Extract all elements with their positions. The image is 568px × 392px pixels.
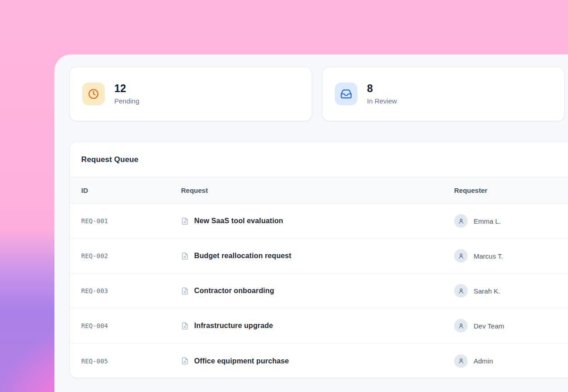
- table-row[interactable]: REQ-002 Budget reallocation request Marc…: [70, 239, 568, 274]
- table-row[interactable]: REQ-003 Contractor onboarding Sarah K.: [70, 274, 568, 309]
- requester-name: Sarah K.: [474, 287, 500, 295]
- in-review-label: In Review: [367, 97, 397, 106]
- file-text-icon: [181, 322, 189, 330]
- request-queue-card: Request Queue ID Request Requester REQ-0…: [69, 142, 568, 378]
- pending-label: Pending: [114, 97, 139, 106]
- request-id: REQ-001: [70, 217, 181, 225]
- table-row[interactable]: REQ-004 Infrastructure upgrade Dev Team: [70, 309, 568, 343]
- column-header-id: ID: [70, 186, 181, 194]
- column-header-request: Request: [181, 186, 454, 194]
- column-header-requester: Requester: [454, 186, 568, 194]
- request-title: Office equipment purchase: [194, 357, 289, 365]
- file-text-icon: [181, 252, 189, 260]
- stats-row: 12 Pending 8 In Review: [69, 67, 565, 121]
- avatar: [454, 214, 468, 228]
- avatar: [454, 319, 468, 333]
- file-text-icon: [181, 217, 189, 225]
- inbox-icon: [335, 83, 357, 105]
- main-panel: 12 Pending 8 In Review Reque: [54, 54, 568, 392]
- request-id: REQ-004: [70, 322, 181, 329]
- table-header-row: ID Request Requester: [70, 177, 568, 204]
- requester-name: Emma L.: [474, 217, 501, 225]
- clock-icon: [82, 83, 105, 105]
- table-body: REQ-001 New SaaS tool evaluation Emma L.: [70, 204, 568, 378]
- request-id: REQ-003: [70, 287, 181, 294]
- requester-name: Dev Team: [474, 322, 504, 330]
- file-text-icon: [181, 287, 189, 295]
- request-title: Infrastructure upgrade: [194, 322, 273, 330]
- request-title: New SaaS tool evaluation: [194, 217, 283, 225]
- table-title: Request Queue: [81, 155, 138, 164]
- stat-card-pending: 12 Pending: [69, 67, 312, 121]
- avatar: [454, 284, 468, 298]
- stat-card-in-review: 8 In Review: [322, 67, 565, 121]
- request-id: REQ-005: [70, 358, 181, 365]
- requester-name: Admin: [474, 357, 493, 365]
- in-review-count: 8: [367, 83, 397, 95]
- avatar: [454, 249, 468, 263]
- request-id: REQ-002: [70, 252, 181, 260]
- avatar: [454, 354, 468, 368]
- table-row[interactable]: REQ-005 Office equipment purchase Admin: [70, 343, 568, 378]
- requester-name: Marcus T.: [474, 252, 503, 260]
- request-title: Contractor onboarding: [194, 287, 274, 295]
- pending-count: 12: [114, 83, 139, 95]
- file-text-icon: [181, 357, 189, 365]
- table-row[interactable]: REQ-001 New SaaS tool evaluation Emma L.: [70, 204, 568, 239]
- request-title: Budget reallocation request: [194, 252, 291, 260]
- gradient-background: 12 Pending 8 In Review Reque: [0, 0, 568, 392]
